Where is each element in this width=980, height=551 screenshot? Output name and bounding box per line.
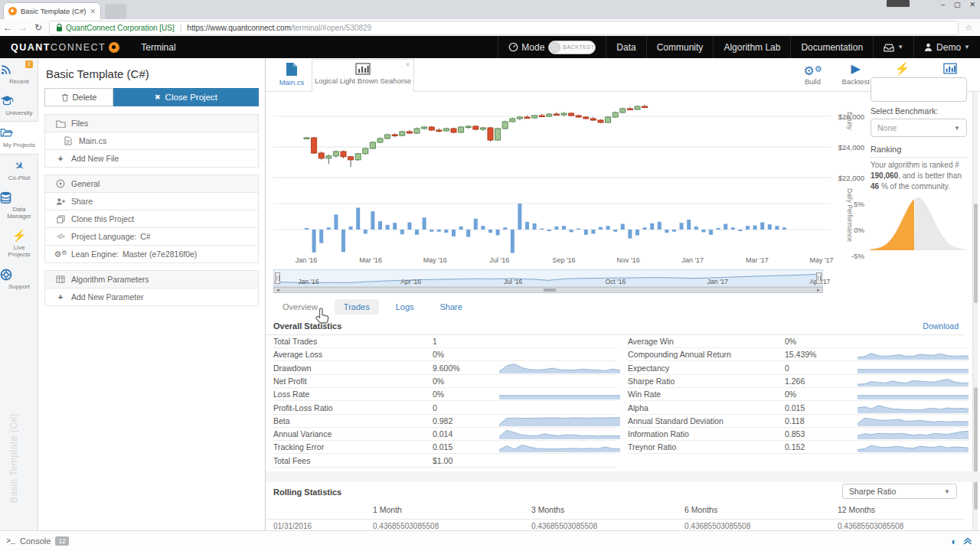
nav-item-data[interactable]: Data — [606, 36, 645, 58]
sidebar-item-live-projects[interactable]: ⚡LiveProjects — [0, 224, 38, 262]
console-label: Console — [20, 536, 51, 546]
mode-toggle[interactable]: Mode BACKTEST — [498, 36, 606, 58]
results-tab-logs[interactable]: Logs — [387, 299, 423, 315]
section-header-algorithm-parameters[interactable]: Algorithm Parameters — [45, 271, 258, 289]
user-menu[interactable]: Demo ▼ — [913, 36, 980, 58]
sidebar-item-data-manager[interactable]: DataManager — [0, 186, 38, 224]
rolling-row-value: 0.43685503085508 — [838, 522, 903, 530]
stat-row: Profit-Loss Ratio0 — [273, 402, 616, 415]
code-icon: </> — [54, 233, 67, 240]
scrollbar-thumb[interactable] — [974, 204, 978, 303]
sidebar-item-co-pilot[interactable]: ✈Co-Pilot — [0, 155, 38, 186]
user-name: Demo — [936, 42, 961, 53]
scroll-left-icon[interactable]: ◄ — [276, 287, 280, 293]
benchmark-extra-select[interactable] — [871, 77, 967, 102]
tab-close-icon[interactable]: ✕ — [90, 8, 96, 15]
stat-label: Net Profit — [273, 377, 307, 386]
results-tab-trades[interactable]: Trades — [335, 299, 379, 315]
section-header-files[interactable]: Files — [45, 115, 258, 132]
project-item-value: Master (e7e2816f0e) — [122, 249, 197, 259]
brand-light: CONNECT — [51, 42, 106, 53]
benchmark-select[interactable]: None ▼ — [871, 119, 967, 137]
stat-row: Average Win0% — [628, 335, 969, 348]
maximize-icon[interactable]: ▢ — [954, 1, 961, 8]
nav-item-documentation[interactable]: Documentation — [790, 36, 873, 58]
scroll-right-icon[interactable]: ► — [816, 287, 821, 293]
trash-icon — [61, 93, 69, 102]
scrollbar-thumb[interactable] — [544, 289, 556, 292]
rolling-table-columns: 1 Month3 Months6 Months12 Months — [266, 504, 965, 520]
navigator-right-handle[interactable] — [816, 272, 822, 284]
close-icon[interactable]: ✕ — [969, 1, 975, 8]
sidebar-item-university[interactable]: University — [0, 90, 38, 121]
bookmark-star-icon[interactable]: ☆ — [965, 23, 972, 33]
download-link[interactable]: Download — [923, 321, 959, 331]
stat-label: Annual Standard Deviation — [628, 416, 724, 425]
folder-icon — [54, 119, 67, 128]
tab-main-cs[interactable]: Main.cs — [273, 60, 310, 92]
console-bar[interactable]: >_ Console 12 ◐ — [0, 530, 980, 551]
stat-row: Loss Rate0% — [273, 388, 616, 401]
back-icon[interactable]: ← — [0, 22, 15, 33]
project-item-project-language-[interactable]: </>Project Language:C# — [45, 228, 258, 246]
stat-value: 0.014 — [433, 429, 452, 439]
sidebar-item-support[interactable]: Support — [0, 263, 38, 295]
ranking-rank: 190,060 — [871, 171, 898, 180]
results-tab-overview[interactable]: Overview — [273, 299, 327, 315]
tab-close-icon[interactable]: ✕ — [405, 61, 410, 68]
project-item-share[interactable]: Share — [45, 193, 258, 210]
new-tab-button[interactable] — [105, 4, 126, 19]
nav-item-community[interactable]: Community — [646, 36, 714, 58]
clone-icon — [54, 215, 67, 223]
theme-toggle-icon[interactable]: ◐ — [951, 536, 957, 546]
project-item-add-new-file[interactable]: +Add New File — [45, 150, 258, 168]
sidebar-item-my-projects[interactable]: My Projects — [0, 121, 38, 154]
project-item-clone-this-project[interactable]: Clone this Project — [45, 210, 258, 228]
minimize-icon[interactable]: – — [941, 1, 945, 8]
refresh-icon[interactable]: ↻ — [31, 22, 46, 33]
scrollbar-thumb[interactable] — [974, 387, 978, 510]
project-item-main-cs[interactable]: Main.cs — [45, 132, 258, 150]
forward-icon[interactable]: → — [15, 22, 31, 33]
stat-row: Treynor Ratio0.152 — [628, 441, 969, 454]
notification-badge: 2 — [25, 60, 33, 68]
browser-tab[interactable]: Basic Template (C#) - Qu ✕ — [3, 2, 101, 19]
stat-value: 0% — [785, 337, 796, 346]
graduation-cap-icon — [0, 95, 38, 108]
build-button[interactable]: ⚙⚙ Build — [803, 61, 822, 87]
stat-label: Sharpe Ratio — [628, 377, 675, 386]
inbox-menu[interactable]: ▼ — [873, 36, 913, 58]
nav-item-algorithm-lab[interactable]: Algorithm Lab — [713, 36, 790, 58]
daily-performance-chart[interactable] — [273, 194, 831, 255]
close-project-button[interactable]: ✖ Close Project — [113, 88, 259, 106]
tab-backtest-result[interactable]: Logical Light Brown Seahorse ✕ — [312, 59, 414, 92]
project-item-lean-engine-[interactable]: ⚙⚙Lean Engine:Master (e7e2816f0e) — [45, 246, 258, 263]
stat-row: Total Trades1 — [273, 335, 616, 348]
stat-row: Annual Standard Deviation0.118 — [628, 415, 969, 428]
sidebar-item-recent[interactable]: Recent2 — [0, 58, 38, 90]
navigator-left-handle[interactable] — [275, 272, 280, 284]
address-bar[interactable]: QuantConnect Corporation [US] | https://… — [49, 21, 959, 35]
equity-candlestick-chart[interactable] — [273, 92, 831, 194]
results-vertical-scrollbar[interactable] — [972, 92, 978, 530]
table-icon — [54, 276, 67, 283]
stat-sparkline — [858, 349, 969, 360]
chart-navigator[interactable]: Jan '16Apr '16Jul '16Oct '16Jan '17Apr '… — [273, 269, 823, 287]
chart-horizontal-scrollbar[interactable]: ◄ ► — [273, 287, 823, 293]
navigator-tick: Jul '16 — [504, 278, 522, 285]
stat-row: Expectancy0 — [628, 362, 969, 375]
project-section: Algorithm Parameters+Add New Parameter — [44, 270, 259, 306]
quantconnect-logo[interactable]: QUANTCONNECT — [11, 42, 119, 53]
backtest-button[interactable]: ▶ Backtest — [842, 61, 870, 87]
stat-value: 15.439% — [785, 350, 816, 359]
project-item-add-new-parameter[interactable]: +Add New Parameter — [45, 289, 258, 306]
rolling-statistic-select[interactable]: Sharpe Ratio ▼ — [842, 484, 957, 499]
section-header-general[interactable]: General — [45, 175, 258, 193]
backtest-pill[interactable]: BACKTEST — [548, 41, 596, 54]
main-workspace: Main.cs Logical Light Brown Seahorse ✕ ⚙… — [266, 58, 980, 530]
navigator-tick: Jan '17 — [707, 278, 728, 285]
results-tab-share[interactable]: Share — [431, 299, 472, 315]
overall-statistics-table: Total Trades1Average Loss0%Drawdown9.600… — [266, 335, 965, 471]
delete-button[interactable]: Delete — [44, 88, 113, 106]
chevron-up-double-icon[interactable] — [963, 536, 972, 546]
